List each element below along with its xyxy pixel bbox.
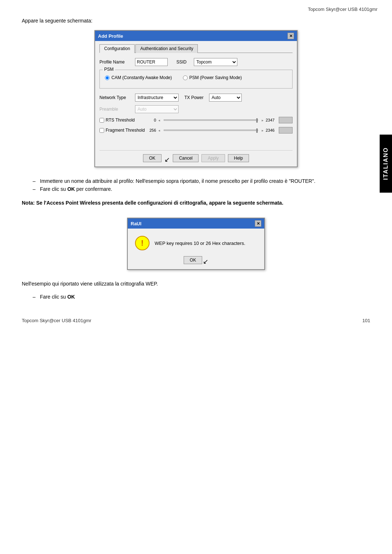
brand-header: Topcom Skyr@cer USB 4101gmr xyxy=(308,7,377,12)
profile-name-input[interactable] xyxy=(135,58,168,66)
ok-button[interactable]: OK xyxy=(143,154,162,162)
tab-configuration[interactable]: Configuration xyxy=(99,44,135,53)
fragment-checkbox[interactable] xyxy=(99,128,104,133)
psm-radio[interactable] xyxy=(183,75,188,80)
tx-power-select[interactable]: Auto xyxy=(209,94,242,102)
raui-cursor-arrow: ↙ xyxy=(203,258,208,266)
bottom-bullet-bold: OK xyxy=(67,294,75,300)
rts-value-input[interactable]: 2347 xyxy=(279,117,293,123)
fragment-min-value: 256 xyxy=(149,128,156,132)
rts-slider-arrow-right: ▸ xyxy=(262,118,264,122)
footer-brand: Topcom Skyr@cer USB 4101gmr xyxy=(22,318,91,323)
profile-name-row: Profile Name SSID Topcom xyxy=(99,58,293,66)
fragment-slider-track[interactable] xyxy=(164,130,258,131)
tab-authentication-security[interactable]: Authentication and Security xyxy=(135,44,198,53)
note-text: Nota: Se l'Access Point Wireless present… xyxy=(22,199,370,207)
raui-message: WEP key requires 10 or 26 Hex characters… xyxy=(155,241,245,246)
tx-power-label: TX Power xyxy=(184,95,206,100)
raui-title: RaUI xyxy=(131,221,142,226)
raui-titlebar: RaUI ✕ xyxy=(128,218,264,229)
bottom-bullet-list: Fare clic su OK xyxy=(33,294,370,300)
rts-label: RTS Threshold xyxy=(106,118,135,123)
fragment-slider-arrow-left: ◂ xyxy=(158,128,160,132)
bullet-suffix-2: per confermare. xyxy=(75,186,112,192)
network-type-row: Network Type Infrastructure TX Power Aut… xyxy=(99,94,293,102)
fragment-max-value: 2346 xyxy=(266,128,277,132)
help-button[interactable]: Help xyxy=(228,154,249,162)
bullet-list: Immettere un nome da attribuire al profi… xyxy=(33,178,370,192)
page-header: Topcom Skyr@cer USB 4101gmr xyxy=(0,0,392,14)
cancel-button[interactable]: Cancel xyxy=(173,154,199,162)
preamble-row: Preamble Auto xyxy=(99,105,293,113)
psm-radio-label[interactable]: PSM (Power Saving Mode) xyxy=(183,75,242,80)
rts-slider-track[interactable] xyxy=(164,119,258,121)
bullet-item-1: Immettere un nome da attribuire al profi… xyxy=(33,178,370,184)
intro-text: Appare la seguente schermata: xyxy=(22,18,370,24)
rts-slider-arrow-left: ◂ xyxy=(158,118,160,122)
dialog-title: Add Profile xyxy=(98,33,123,39)
fragment-label: Fragment Threshold xyxy=(106,128,145,133)
psm-label: PSM (Power Saving Mode) xyxy=(189,75,242,80)
fragment-threshold-row: Fragment Threshold 256 ◂ ▸ 2346 2346 xyxy=(99,127,293,134)
dialog-titlebar: Add Profile ✕ xyxy=(95,31,297,41)
network-type-label: Network Type xyxy=(99,95,132,100)
bullet-bold-2: OK xyxy=(67,186,75,192)
bullet-item-2: Fare clic su OK per confermare. xyxy=(33,186,370,192)
cam-radio-label[interactable]: CAM (Constantly Awake Mode) xyxy=(105,75,172,80)
network-type-select[interactable]: Infrastructure xyxy=(135,94,179,102)
apply-button-disabled: Apply xyxy=(201,154,225,162)
psm-group-title: PSM xyxy=(103,67,115,72)
cam-radio[interactable] xyxy=(105,75,110,80)
page-footer: Topcom Skyr@cer USB 4101gmr 101 xyxy=(0,314,392,327)
tab-bar: Configuration Authentication and Securit… xyxy=(99,44,293,53)
preamble-select[interactable]: Auto xyxy=(135,105,179,113)
raui-buttons: OK ↙ xyxy=(128,256,264,269)
profile-name-label: Profile Name xyxy=(99,59,132,65)
bottom-bullet-item: Fare clic su OK xyxy=(33,294,370,300)
psm-group: PSM CAM (Constantly Awake Mode) PSM (Pow… xyxy=(99,70,293,89)
rts-max-value: 2347 xyxy=(266,118,277,122)
fragment-slider-arrow-right: ▸ xyxy=(262,128,264,132)
bullet-text-1: Immettere un nome da attribuire al profi… xyxy=(40,178,315,184)
bottom-text: Nell'esempio qui riportato viene utilizz… xyxy=(22,281,370,287)
cam-label: CAM (Constantly Awake Mode) xyxy=(111,75,172,80)
bottom-bullet-prefix: Fare clic su xyxy=(40,294,67,300)
fragment-value-input[interactable]: 2346 xyxy=(279,127,293,134)
raui-close-button[interactable]: ✕ xyxy=(255,220,261,227)
dialog-buttons: OK ↙ Cancel Apply Help xyxy=(99,150,293,162)
warning-icon: ! xyxy=(135,236,150,250)
fragment-checkbox-label[interactable]: Fragment Threshold xyxy=(99,128,147,133)
ssid-select[interactable]: Topcom xyxy=(194,58,237,66)
rts-checkbox-label[interactable]: RTS Threshold xyxy=(99,118,147,123)
raui-ok-button[interactable]: OK xyxy=(184,256,202,264)
sidebar-label: ITALIANO xyxy=(380,135,392,193)
footer-page: 101 xyxy=(362,318,370,323)
rts-checkbox[interactable] xyxy=(99,118,104,123)
psm-radio-row: CAM (Constantly Awake Mode) PSM (Power S… xyxy=(105,74,287,83)
add-profile-dialog: Add Profile ✕ Configuration Authenticati… xyxy=(94,30,298,167)
raui-dialog: RaUI ✕ ! WEP key requires 10 or 26 Hex c… xyxy=(127,218,265,270)
rts-threshold-row: RTS Threshold 0 ◂ ▸ 2347 2347 xyxy=(99,117,293,123)
ok-cursor-arrow: ↙ xyxy=(164,156,170,164)
ssid-label: SSID xyxy=(176,59,191,65)
bullet-prefix-2: Fare clic su xyxy=(40,186,67,192)
raui-body: ! WEP key requires 10 or 26 Hex characte… xyxy=(128,229,264,256)
dialog-close-button[interactable]: ✕ xyxy=(287,33,294,39)
rts-min-value: 0 xyxy=(149,118,156,122)
dialog-content: Configuration Authentication and Securit… xyxy=(95,41,297,167)
preamble-label: Preamble xyxy=(99,107,132,112)
